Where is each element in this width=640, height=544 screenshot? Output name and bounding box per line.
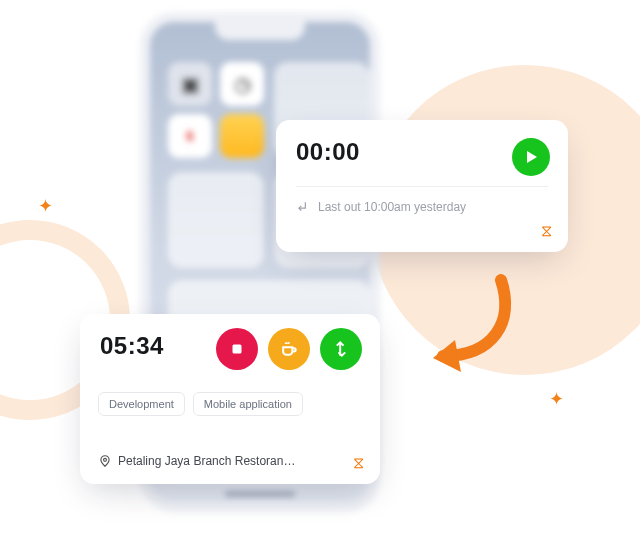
break-button[interactable] bbox=[268, 328, 310, 370]
timer-widget-idle: 00:00 Last out 10:00am yesterday ⧖ bbox=[276, 120, 568, 252]
notes-icon bbox=[220, 114, 264, 158]
task-chip[interactable]: Mobile application bbox=[193, 392, 303, 416]
hourglass-icon[interactable]: ⧖ bbox=[353, 454, 364, 472]
location-label: Petaling Jaya Branch Restoran… bbox=[98, 454, 295, 468]
arrow-icon bbox=[405, 270, 525, 390]
camera-icon: ▣ bbox=[168, 62, 212, 106]
clock-icon: ◷ bbox=[220, 62, 264, 106]
timer-widget-running: 05:34 Development Mobile application Pet… bbox=[80, 314, 380, 484]
calendar-icon: 6 bbox=[168, 114, 212, 158]
svg-rect-0 bbox=[233, 345, 242, 354]
pin-icon bbox=[98, 454, 112, 468]
divider bbox=[296, 186, 548, 187]
sparkle-icon: ✦ bbox=[38, 195, 53, 217]
stop-button[interactable] bbox=[216, 328, 258, 370]
play-button[interactable] bbox=[512, 138, 550, 176]
widget-tile bbox=[168, 172, 264, 268]
switch-button[interactable] bbox=[320, 328, 362, 370]
svg-point-1 bbox=[104, 458, 107, 461]
timer-value: 00:00 bbox=[296, 138, 548, 166]
project-chip[interactable]: Development bbox=[98, 392, 185, 416]
sparkle-icon: ✦ bbox=[549, 388, 564, 410]
last-out-label: Last out 10:00am yesterday bbox=[296, 200, 466, 214]
hourglass-icon[interactable]: ⧖ bbox=[541, 222, 552, 240]
enter-icon bbox=[296, 200, 310, 214]
